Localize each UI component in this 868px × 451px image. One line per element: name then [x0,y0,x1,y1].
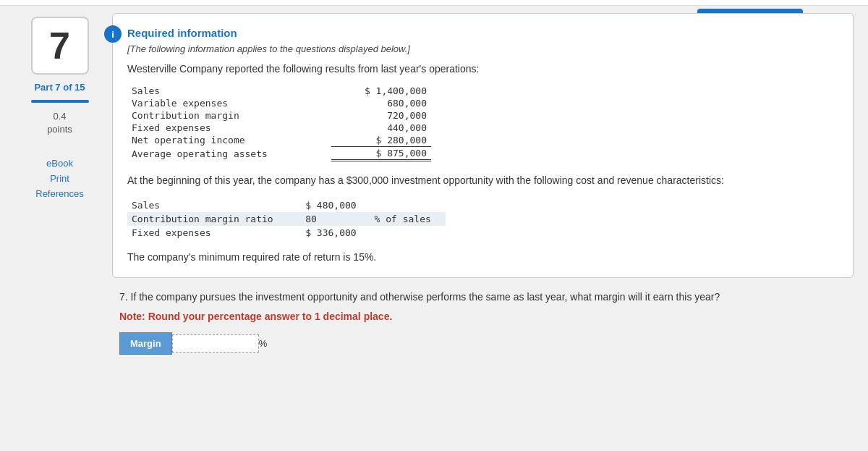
opportunity-intro: At the beginning of this year, the compa… [127,173,835,188]
table-row: Fixed expenses $ 336,000 [127,226,446,240]
info-card: i Required information [The following in… [112,13,854,278]
row-label: Contribution margin [127,109,331,122]
opp-extra: % of sales [370,212,446,226]
top-bar [0,0,868,6]
opportunity-table: Sales $ 480,000 Contribution margin rati… [127,198,446,240]
table-row: Sales $ 480,000 [127,198,446,212]
financial-table: Sales $ 1,400,000 Variable expenses 680,… [127,85,431,161]
italic-subtitle: [The following information applies to th… [127,43,835,54]
note-text: Note: Round your percentage answer to 1 … [119,311,846,322]
page-wrapper: Check my work 7 Part 7 of 15 0.4 points … [0,0,868,451]
row-value: $ 875,000 [331,147,431,161]
opp-value: $ 336,000 [301,226,370,240]
part-label: Part 7 of 15 [34,82,85,93]
question-section: 7. If the company pursues the investment… [112,290,854,355]
answer-input-container [172,334,259,353]
row-value: 720,000 [331,109,431,122]
sidebar: 7 Part 7 of 15 0.4 points eBook Print Re… [7,13,112,355]
margin-input[interactable] [179,338,251,349]
content-area: i Required information [The following in… [112,13,854,355]
row-label: Net operating income [127,134,331,147]
intro-text: Westerville Company reported the followi… [127,63,835,75]
table-row: Contribution margin ratio 80 % of sales [127,212,446,226]
table-row: Sales $ 1,400,000 [127,85,431,97]
opp-extra [370,198,446,212]
part-progress-bar [31,100,89,103]
row-value: $ 1,400,000 [331,85,431,97]
row-label: Average operating assets [127,147,331,161]
min-return-text: The company's minimum required rate of r… [127,251,835,263]
main-layout: 7 Part 7 of 15 0.4 points eBook Print Re… [0,6,868,362]
print-link[interactable]: Print [50,173,69,184]
table-row double-line: Average operating assets $ 875,000 [127,147,431,161]
opp-extra [370,226,446,240]
row-label: Sales [127,85,331,97]
required-info-title: Required information [127,27,835,39]
table-row: Variable expenses 680,000 [127,97,431,109]
points-value: 0.4 [53,111,66,122]
question-text: 7. If the company pursues the investment… [119,290,846,305]
percent-symbol: % [259,338,268,349]
opp-value: 80 [301,212,370,226]
margin-label: Margin [119,332,172,355]
opp-label: Contribution margin ratio [127,212,301,226]
info-icon: i [104,25,122,43]
row-label: Fixed expenses [127,122,331,134]
opp-label: Sales [127,198,301,212]
table-row: Contribution margin 720,000 [127,109,431,122]
row-value: $ 280,000 [331,134,431,147]
table-row: Net operating income $ 280,000 [127,134,431,147]
question-number-box: 7 [31,17,89,75]
row-value: 440,000 [331,122,431,134]
row-label: Variable expenses [127,97,331,109]
ebook-link[interactable]: eBook [46,158,73,169]
row-value: 680,000 [331,97,431,109]
references-link[interactable]: References [35,188,83,199]
sidebar-links: eBook Print References [35,158,83,199]
table-row: Fixed expenses 440,000 [127,122,431,134]
points-info: 0.4 points [47,110,72,136]
opp-value: $ 480,000 [301,198,370,212]
answer-row: Margin % [119,332,846,355]
opp-label: Fixed expenses [127,226,301,240]
points-unit: points [47,124,72,135]
question-number: 7 [49,24,70,67]
